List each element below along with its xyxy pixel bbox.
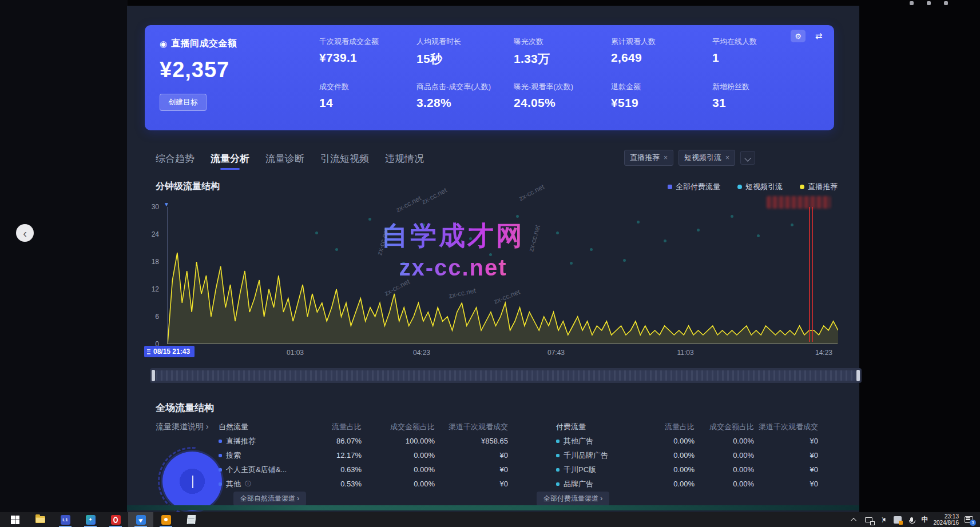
- taskbar-file-explorer[interactable]: [27, 512, 53, 527]
- taskbar-teams-app[interactable]: ✦: [78, 512, 103, 527]
- close-icon[interactable]: ×: [664, 154, 668, 162]
- metric-value: 1: [712, 51, 810, 65]
- legend-square-icon: [668, 185, 672, 189]
- legend-label: 全部付费流量: [676, 182, 720, 192]
- desktop-background: ‹ ◉直播间成交金额 ¥2,357 创建目标 ⚙ ⇄ 千次观看成交金额¥739.…: [0, 0, 980, 527]
- cell-per-k: ¥0: [435, 465, 508, 474]
- legend-label: 直播推荐: [808, 182, 838, 192]
- taskbar-opera-app[interactable]: [103, 512, 128, 527]
- table-row-label: 其他广告: [556, 436, 642, 446]
- scatter-dot: [697, 229, 700, 231]
- filter-tag-short-video[interactable]: 短视频引流×: [679, 150, 735, 166]
- metric-value: ¥739.1: [319, 51, 416, 65]
- cell-gmv-share: 0.00%: [362, 465, 435, 474]
- cell-share: 0.00%: [642, 451, 695, 460]
- x-tick: 07:43: [547, 349, 565, 357]
- legend-paid-traffic[interactable]: 全部付费流量: [668, 182, 720, 192]
- traffic-donut-chart[interactable]: [162, 452, 222, 511]
- cell-per-k: ¥0: [754, 437, 818, 445]
- metric-cell: 曝光次数1.33万: [514, 37, 611, 67]
- column-header: 成交金额占比: [362, 422, 435, 432]
- x-axis-start-badge[interactable]: 08/15 21:43: [144, 346, 195, 357]
- tab-short-video[interactable]: 引流短视频: [320, 152, 369, 170]
- table-row-label: 搜索: [219, 450, 302, 461]
- column-header: 渠道千次观看成交: [435, 422, 508, 432]
- back-button[interactable]: ‹: [16, 224, 34, 242]
- taskbar-l1-app[interactable]: L1: [53, 512, 78, 527]
- legend-live-recommend[interactable]: 直播推荐: [800, 182, 838, 192]
- scatter-dot: [368, 218, 371, 221]
- metric-label: 人均观看时长: [416, 37, 514, 47]
- small-watermark: zx-cc.net: [420, 186, 449, 206]
- tab-violations[interactable]: 违规情况: [385, 152, 424, 170]
- tab-overall-trend[interactable]: 综合趋势: [156, 152, 195, 170]
- all-paid-channels-link[interactable]: 全部付费流量渠道 ›: [537, 492, 609, 506]
- close-icon[interactable]: ×: [725, 154, 729, 162]
- slider-handle-left[interactable]: [152, 370, 155, 381]
- browser-app-icon: ▶: [136, 515, 146, 525]
- taskbar-notepad-app[interactable]: [178, 512, 204, 527]
- cell-share: 86.07%: [302, 437, 362, 445]
- cell-gmv-share: 0.00%: [695, 437, 754, 445]
- tray-network[interactable]: [864, 515, 874, 524]
- x-tick: 14:23: [815, 349, 832, 357]
- time-range-slider[interactable]: [150, 368, 862, 383]
- y-tick: 30: [143, 203, 159, 211]
- kpi-metrics-grid: 千次观看成交金额¥739.1 人均观看时长15秒 曝光次数1.33万 累计观看人…: [319, 37, 823, 110]
- table-row-label: 千川品牌广告: [556, 450, 642, 461]
- tray-chevron-up[interactable]: [850, 515, 859, 524]
- overlay-mini-icon: [910, 1, 914, 5]
- taskbar-clock[interactable]: 23:13 2024/8/16: [934, 513, 959, 526]
- filter-tag-live-recommend[interactable]: 直播推荐×: [624, 150, 673, 166]
- create-goal-button[interactable]: 创建目标: [160, 94, 207, 111]
- legend-short-video[interactable]: 短视频引流: [737, 182, 783, 192]
- metric-label: 曝光-观看率(次数): [514, 82, 611, 92]
- metric-value: 14: [319, 96, 416, 110]
- l1-app-icon: L1: [61, 515, 70, 525]
- scatter-dot: [315, 231, 318, 234]
- series-dot-icon: [219, 468, 222, 472]
- column-header: 成交金额占比: [695, 422, 754, 432]
- metric-value: 2,649: [611, 51, 712, 65]
- minute-traffic-chart[interactable]: [167, 207, 838, 344]
- scatter-dot: [757, 234, 760, 237]
- taskbar-orange-app[interactable]: [153, 512, 178, 527]
- paid-traffic-table: 付费流量 流量占比 成交金额占比 渠道千次观看成交 其他广告 0.00% 0.0…: [556, 420, 818, 491]
- tray-microphone[interactable]: [907, 515, 916, 524]
- scatter-dots-layer: [168, 207, 838, 344]
- metric-cell: 累计观看人数2,649: [611, 37, 712, 67]
- metric-value: ¥519: [611, 96, 712, 110]
- natural-traffic-table: 自然流量 流量占比 成交金额占比 渠道千次观看成交 直播推荐 86.07% 10…: [219, 420, 508, 491]
- scatter-dot: [664, 239, 666, 242]
- slider-track: [156, 370, 856, 381]
- series-dot-icon: [219, 454, 222, 457]
- metric-label: 成交件数: [319, 82, 416, 92]
- metric-cell: 千次观看成交金额¥739.1: [319, 37, 416, 67]
- start-button[interactable]: [2, 512, 27, 527]
- channel-help-link[interactable]: 流量渠道说明 ›: [156, 422, 209, 432]
- metric-cell: 成交件数14: [319, 82, 416, 110]
- primary-metric: ◉直播间成交金额 ¥2,357: [160, 38, 237, 82]
- notification-center[interactable]: 3: [964, 515, 973, 524]
- table-row-label: 其他ⓘ: [219, 479, 302, 489]
- tab-traffic-diagnosis[interactable]: 流量诊断: [265, 152, 304, 170]
- tab-traffic-analysis[interactable]: 流量分析: [211, 152, 249, 170]
- tray-app-badge[interactable]: [893, 515, 902, 524]
- slider-handle-right[interactable]: [856, 370, 860, 381]
- metric-label: 曝光次数: [514, 37, 611, 47]
- scatter-dot: [731, 215, 733, 218]
- filter-dropdown-button[interactable]: [740, 151, 755, 165]
- column-header: 付费流量: [556, 422, 642, 432]
- metric-label: 千次观看成交金额: [319, 37, 416, 47]
- ime-indicator[interactable]: 中: [922, 515, 929, 525]
- all-natural-channels-link[interactable]: 全部自然流量渠道 ›: [233, 492, 306, 506]
- metric-value: 3.28%: [416, 96, 514, 110]
- network-icon: [865, 517, 872, 522]
- tray-volume[interactable]: ): [879, 515, 888, 524]
- table-row-label: 千川PC版: [556, 465, 642, 475]
- overlay-mini-icon: [927, 1, 931, 5]
- info-icon[interactable]: ⓘ: [245, 480, 251, 488]
- system-tray: ) 中 23:13 2024/8/16 3: [850, 512, 977, 527]
- metric-label: 累计观看人数: [611, 37, 712, 47]
- taskbar-browser-active[interactable]: ▶: [128, 512, 153, 527]
